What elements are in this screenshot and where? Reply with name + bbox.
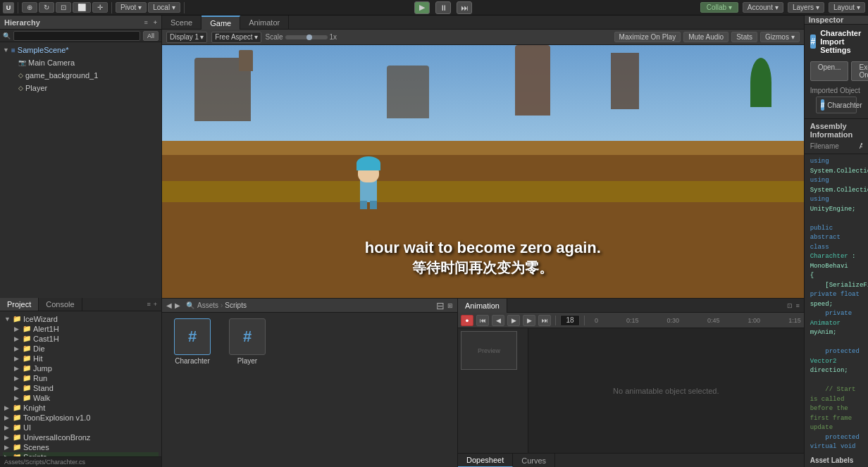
anim-play-btn[interactable]: ▶ [507, 315, 520, 326]
tab-scene[interactable]: Scene [162, 15, 202, 30]
bg-plant [750, 58, 771, 107]
rotate-tool-btn[interactable]: ↻ [39, 2, 54, 13]
folder-label-jump: Jump [33, 364, 52, 373]
folder-hit[interactable]: ▶ 📁 Hit [3, 354, 159, 363]
folder-stand[interactable]: ▶ 📁 Stand [3, 383, 159, 393]
tab-game[interactable]: Game [202, 15, 240, 30]
asset-labels: Asset Labels [805, 454, 868, 467]
rect-tool-btn[interactable]: ⬜ [73, 2, 91, 13]
hierarchy-search-input[interactable] [13, 31, 140, 41]
project-add-icon[interactable]: + [154, 301, 157, 308]
hierarchy-menu-icon[interactable]: ≡ [144, 19, 147, 26]
animation-toolbar: ● ⏮ ◀ ▶ ▶ ⏭ 18 0 0:15 0:30 0:45 1:00 [458, 313, 804, 328]
anim-prev-frame-btn[interactable]: ◀ [492, 315, 504, 326]
inspector-panel: Inspector # Charachter Import Settings O… [804, 15, 868, 467]
hierarchy-item-gamebg[interactable]: ◇ game_background_1 [0, 69, 161, 82]
maximize-btn[interactable]: Maximize On Play [614, 32, 681, 42]
fold-arrow-scenes: ▶ [4, 444, 11, 451]
breadcrumb-assets[interactable]: Assets [197, 301, 218, 309]
local-btn[interactable]: Local ▾ [148, 2, 180, 13]
ground-top [162, 141, 804, 155]
anim-object-panel: Preview [458, 328, 528, 453]
code-blank-1 [810, 214, 862, 224]
inspector-title: # Charachter Import Settings [805, 25, 868, 58]
code-brace-open: { [810, 271, 862, 281]
transform-tool-btn[interactable]: ⊕ [22, 2, 37, 13]
anim-tab-controls: ⊡ ≡ [783, 302, 803, 309]
code-line-3: using UnityEngine; [810, 195, 862, 214]
hierarchy-item-player[interactable]: ◇ Player [0, 82, 161, 94]
folder-label-stand: Stand [33, 384, 54, 392]
exec-order-btn[interactable]: Execution Orde [851, 61, 868, 81]
folder-icewizard[interactable]: ▼ 📁 IceWizard [3, 314, 159, 324]
anim-prev-key-btn[interactable]: ⏮ [476, 315, 489, 326]
tab-animator[interactable]: Animator [240, 15, 289, 30]
folder-icon-scenes: 📁 [13, 443, 21, 451]
pivot-btn[interactable]: Pivot ▾ [116, 2, 147, 13]
file-nav-fwd[interactable]: ▶ [175, 301, 180, 309]
tab-animation[interactable]: Animation [458, 299, 507, 313]
hierarchy-item-maincamera[interactable]: 📷 Main Camera [0, 56, 161, 69]
breadcrumb-scripts[interactable]: Scripts [225, 301, 247, 309]
folder-toonexplosion[interactable]: ▶ 📁 ToonExplosion v1.0 [3, 413, 159, 423]
player-name: Player [25, 84, 47, 92]
folder-ui[interactable]: ▶ 📁 UI [3, 423, 159, 432]
folder-knight[interactable]: ▶ 📁 Knight [3, 403, 159, 413]
anim-time-labels: 0 0:15 0:30 0:45 1:00 1:15 [595, 317, 801, 324]
hierarchy-all-btn[interactable]: All [143, 31, 159, 41]
bg-ruin-2 [387, 66, 429, 118]
display-select[interactable]: Display 1 ▾ [166, 32, 207, 43]
obj-hash-icon: # [821, 99, 825, 111]
collab-btn[interactable]: Collab ▾ [700, 2, 738, 13]
account-btn[interactable]: Account ▾ [743, 2, 783, 13]
folder-jump[interactable]: ▶ 📁 Jump [3, 363, 159, 373]
anim-maximize-icon[interactable]: ⊡ [787, 302, 793, 309]
folder-run[interactable]: ▶ 📁 Run [3, 373, 159, 383]
tab-project[interactable]: Project [0, 298, 39, 311]
project-menu-icon[interactable]: ≡ [147, 301, 150, 308]
folder-die[interactable]: ▶ 📁 Die [3, 344, 159, 354]
hierarchy-panel: Hierarchy ≡ + 🔍 All ▼ ≡ SampleScene* 📷 [0, 15, 162, 298]
hierarchy-item-samplescene[interactable]: ▼ ≡ SampleScene* [0, 44, 161, 56]
mute-btn[interactable]: Mute Audio [683, 32, 728, 42]
layers-btn[interactable]: Layers ▾ [788, 2, 824, 13]
fold-arrow-stand: ▶ [14, 385, 21, 392]
folder-scenes[interactable]: ▶ 📁 Scenes [3, 442, 159, 452]
code-line-6: private Animator myAnim; [810, 309, 862, 338]
open-btn[interactable]: Open... [810, 61, 849, 81]
folder-walk[interactable]: ▶ 📁 Walk [3, 393, 159, 403]
file-nav-back[interactable]: ◀ [166, 301, 172, 309]
scale-bar[interactable] [285, 35, 328, 39]
anim-next-frame-btn[interactable]: ▶ [523, 315, 535, 326]
tab-console[interactable]: Console [39, 298, 82, 311]
gamebg-name: game_background_1 [25, 71, 98, 80]
scale-tool-btn[interactable]: ⊡ [56, 2, 71, 13]
tab-curves[interactable]: Curves [513, 454, 555, 467]
gizmos-btn[interactable]: Gizmos ▾ [760, 32, 800, 42]
anim-menu-icon[interactable]: ≡ [795, 302, 799, 309]
pause-btn[interactable]: ⏸ [435, 1, 451, 14]
file-item-player[interactable]: # Player [223, 318, 272, 365]
folder-cast1h[interactable]: ▶ 📁 Cast1H [3, 334, 159, 344]
game-toolbar-right: Maximize On Play Mute Audio Stats Gizmos… [614, 32, 800, 42]
game-toolbar: Display 1 ▾ Free Aspect ▾ Scale 1x Maxim… [162, 30, 804, 45]
file-grid-icon[interactable]: ⊞ [447, 302, 453, 309]
hierarchy-add-icon[interactable]: + [154, 19, 157, 26]
file-item-charachter[interactable]: # Charachter [168, 318, 217, 365]
aspect-select[interactable]: Free Aspect ▾ [211, 32, 261, 43]
step-btn[interactable]: ⏭ [457, 1, 472, 14]
play-btn[interactable]: ▶ [414, 1, 430, 14]
fold-arrow-alert1h: ▶ [14, 325, 21, 332]
anim-next-key-btn[interactable]: ⏭ [538, 315, 551, 326]
tab-dopesheet[interactable]: Dopesheet [458, 454, 513, 467]
anim-frame-input[interactable]: 18 [560, 315, 580, 326]
layout-btn[interactable]: Layout ▾ [829, 2, 865, 13]
filename-row: Filename Assembly-CSharp.dll [810, 142, 862, 151]
stats-btn[interactable]: Stats [731, 32, 757, 42]
folder-universalicon[interactable]: ▶ 📁 UniversalIconBronz [3, 432, 159, 442]
folder-alert1h[interactable]: ▶ 📁 Alert1H [3, 324, 159, 334]
animation-tabs: Animation ⊡ ≡ [458, 299, 804, 313]
anim-add-key-btn[interactable]: ● [461, 315, 473, 326]
move-tool-btn[interactable]: ✛ [92, 2, 108, 13]
subtitle-chinese: 等待时间再次变为零。 [162, 259, 804, 277]
